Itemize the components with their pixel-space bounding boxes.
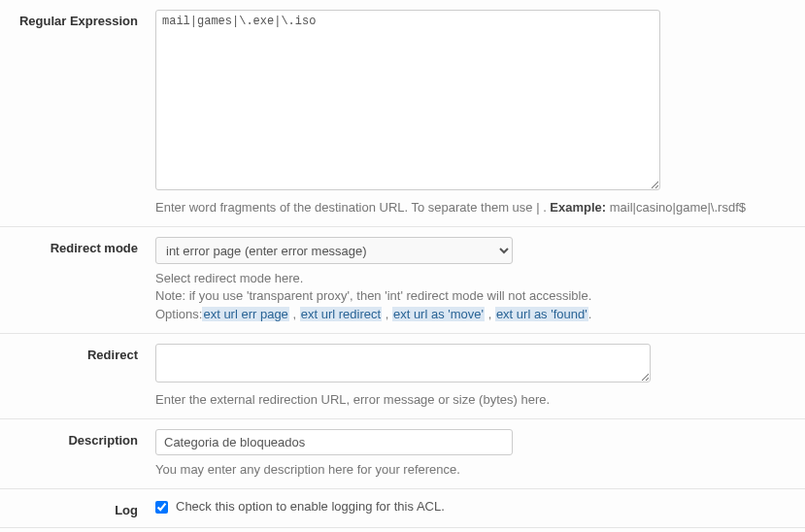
sep1: , [289, 307, 300, 321]
log-checkbox-row[interactable]: Check this option to enable logging for … [155, 499, 795, 514]
regex-help-example-value: mail|casino|game|\.rsdf$ [606, 200, 746, 215]
row-regex: Regular Expression Enter word fragments … [0, 0, 805, 227]
sep3: , [485, 307, 495, 321]
redirect-textarea[interactable] [155, 344, 651, 382]
redirect-mode-help: Select redirect mode here. Note: if you … [155, 270, 795, 323]
description-content: You may enter any description here for y… [155, 429, 795, 479]
log-text: Check this option to enable logging for … [176, 499, 445, 514]
log-checkbox[interactable] [155, 501, 168, 514]
opt-ext-url-redirect[interactable]: ext url redirect [300, 307, 382, 321]
redirect-mode-select[interactable]: int error page (enter error message) [155, 237, 513, 264]
log-content: Check this option to enable logging for … [155, 499, 795, 517]
regex-help: Enter word fragments of the destination … [155, 199, 795, 216]
description-input[interactable] [155, 429, 513, 455]
description-label: Description [0, 429, 155, 479]
redirect-label: Redirect [0, 344, 155, 409]
redirect-content: Enter the external redirection URL, erro… [155, 344, 795, 409]
regex-content: Enter word fragments of the destination … [155, 10, 795, 216]
redirect-help: Enter the external redirection URL, erro… [155, 391, 795, 409]
redirect-mode-label: Redirect mode [0, 237, 155, 323]
regex-help-prefix: Enter word fragments of the destination … [155, 200, 550, 215]
regex-textarea[interactable] [155, 10, 660, 190]
redirect-mode-help3: Options:ext url err page , ext url redir… [155, 306, 795, 323]
opt-ext-url-move[interactable]: ext url as 'move' [392, 307, 485, 321]
redirect-mode-content: int error page (enter error message) Sel… [155, 237, 795, 323]
log-label: Log [0, 499, 155, 517]
opt-ext-url-found[interactable]: ext url as 'found' [495, 307, 588, 321]
row-log: Log Check this option to enable logging … [0, 489, 805, 528]
period: . [588, 307, 592, 321]
regex-label: Regular Expression [0, 10, 155, 216]
redirect-mode-help1: Select redirect mode here. [155, 270, 795, 287]
regex-help-example-label: Example: [550, 200, 606, 215]
row-description: Description You may enter any descriptio… [0, 419, 805, 489]
redirect-mode-help2: Note: if you use 'transparent proxy', th… [155, 287, 795, 305]
row-redirect: Redirect Enter the external redirection … [0, 334, 805, 419]
redirect-mode-options-prefix: Options: [155, 307, 202, 321]
description-help: You may enter any description here for y… [155, 461, 795, 479]
row-redirect-mode: Redirect mode int error page (enter erro… [0, 227, 805, 334]
sep2: , [382, 307, 392, 321]
opt-ext-url-err-page[interactable]: ext url err page [202, 307, 288, 321]
